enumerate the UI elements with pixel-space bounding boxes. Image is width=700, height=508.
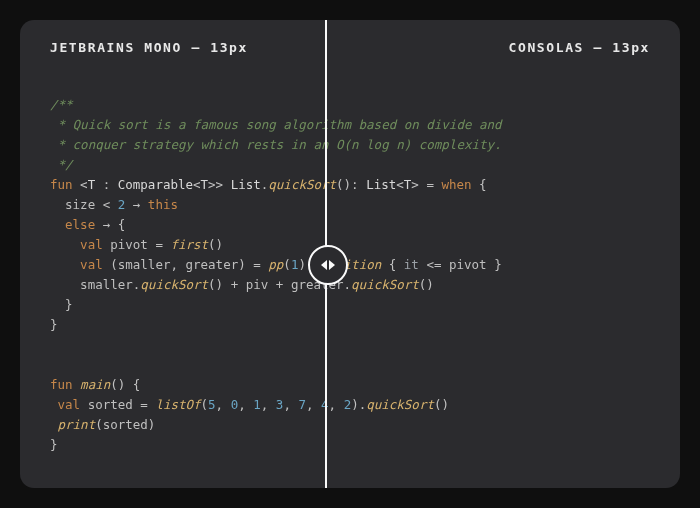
code-line-else-close: }: [50, 297, 73, 312]
code-line-main-sig: fun main() {: [50, 377, 140, 392]
font-compare-card: JETBRAINS MONO – 13px CONSOLAS – 13px /*…: [20, 20, 680, 488]
blank-line: [50, 335, 650, 355]
header-left-font: JETBRAINS MONO – 13px: [50, 40, 248, 55]
code-line-fun-close: }: [50, 317, 58, 332]
code-line-base-case: size < 2 → this: [50, 197, 178, 212]
doc-comment-line-2: * conquer strategy which rests in an O(n…: [50, 137, 502, 152]
code-line-print: print(sorted): [50, 417, 155, 432]
header-row: JETBRAINS MONO – 13px CONSOLAS – 13px: [20, 20, 680, 71]
code-line-sorted: val sorted = listOf(5, 0, 1, 3, 7, 4, 2)…: [50, 397, 449, 412]
header-right-font: CONSOLAS – 13px: [509, 40, 650, 55]
code-line-main-close: }: [50, 437, 58, 452]
compare-handle[interactable]: [308, 245, 348, 285]
code-line-pivot: val pivot = first(): [50, 237, 223, 252]
chevron-right-icon: [329, 260, 335, 270]
doc-comment-open: /**: [50, 97, 73, 112]
code-line-partition: val (smaller, greater) = pp(1).partition…: [50, 257, 502, 272]
chevron-left-icon: [321, 260, 327, 270]
doc-comment-line-1: * Quick sort is a famous song algorithm …: [50, 117, 502, 132]
code-line-else-open: else → {: [50, 217, 125, 232]
code-line-recurse: smaller.quickSort() + piv + greater.quic…: [50, 277, 434, 292]
doc-comment-close: */: [50, 157, 73, 172]
compare-divider[interactable]: [325, 20, 327, 488]
code-line-signature: fun <T : Comparable<T>> List.quickSort()…: [50, 177, 487, 192]
code-editor-content: /** * Quick sort is a famous song algori…: [20, 71, 680, 475]
